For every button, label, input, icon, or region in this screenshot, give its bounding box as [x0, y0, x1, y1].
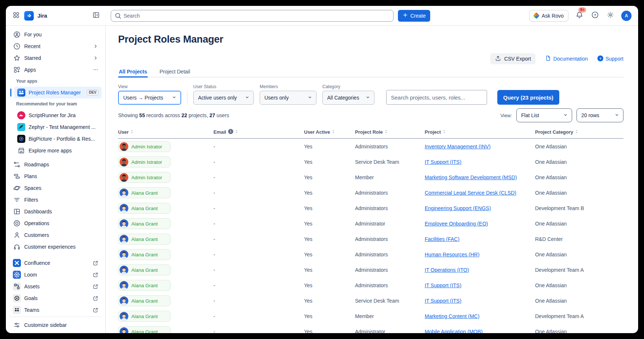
sidebar-item-loom[interactable]: Loom: [10, 269, 102, 281]
app-switcher-icon: [12, 11, 20, 20]
ask-rovo-button[interactable]: Ask Rovo: [529, 10, 568, 22]
user-pill[interactable]: Alana Grant: [118, 326, 171, 333]
user-pill[interactable]: Alana Grant: [118, 311, 171, 322]
user-pill[interactable]: Alana Grant: [118, 280, 171, 291]
sidebar-item-customer-experiences[interactable]: Customer experiences: [10, 241, 102, 253]
page-size-select[interactable]: 20 rows: [577, 108, 623, 122]
user-pill[interactable]: Alana Grant: [118, 249, 171, 260]
sidebar-item-filters[interactable]: Filters: [10, 194, 102, 206]
project-role-cell: Administrator: [355, 221, 425, 227]
app-switcher-button[interactable]: [12, 11, 21, 21]
project-link[interactable]: IT Support (ITS): [425, 159, 461, 165]
email-cell: -: [213, 252, 304, 257]
category-filter-select[interactable]: All Categories: [322, 91, 374, 105]
sidebar-item-scriptrunner-for-jira[interactable]: ScriptRunner for Jira: [14, 109, 102, 121]
sidebar-item-operations[interactable]: Operations: [10, 217, 102, 229]
user-pill[interactable]: Alana Grant: [118, 295, 171, 306]
user-pill[interactable]: Admin Istrator: [118, 156, 171, 167]
sidebar-item-starred[interactable]: Starred: [10, 52, 102, 64]
tab-project-detail[interactable]: Project Detail: [159, 66, 191, 77]
global-search-input[interactable]: [111, 10, 394, 22]
more-options-icon[interactable]: [93, 67, 99, 73]
table-row: Alana Grant-YesAdministratorsCommercial …: [118, 185, 623, 201]
user-avatar-icon: [120, 204, 128, 213]
query-button[interactable]: Query (23 projects): [497, 90, 559, 105]
project-link[interactable]: Employee Onboarding (EO): [425, 221, 488, 227]
sidebar-item-apps[interactable]: Apps: [10, 64, 102, 76]
column-header-user-active[interactable]: User Active: [304, 129, 355, 135]
user-avatar-icon: [120, 219, 128, 228]
sidebar-item-plans[interactable]: Plans: [10, 170, 102, 182]
info-icon[interactable]: [228, 129, 233, 135]
sidebar-item-dashboards[interactable]: Dashboards: [10, 206, 102, 217]
svg-text:?: ?: [599, 56, 601, 60]
sidebar-item-spaces[interactable]: Spaces: [10, 182, 102, 194]
your-apps-section-label: Your apps: [10, 76, 102, 87]
column-header-project-category[interactable]: Project Category: [535, 129, 623, 135]
user-avatar[interactable]: A: [621, 11, 632, 21]
user-pill[interactable]: Admin Istrator: [118, 172, 171, 183]
support-label: Support: [605, 56, 623, 62]
project-link[interactable]: Engineering Support (ENGS): [425, 205, 491, 211]
user-pill[interactable]: Alana Grant: [118, 234, 171, 245]
create-button[interactable]: Create: [398, 10, 430, 22]
sidebar-item-goals[interactable]: Goals: [10, 292, 102, 304]
sidebar-item-explore-more-apps[interactable]: Explore more apps: [14, 145, 102, 156]
sidebar-item-confluence[interactable]: Confluence: [10, 257, 102, 269]
user-pill[interactable]: Alana Grant: [118, 187, 171, 198]
sidebar-item-customers[interactable]: Customers: [10, 229, 102, 241]
csv-export-button[interactable]: CSV Export: [490, 53, 535, 64]
view-filter-select[interactable]: Users → Projects: [118, 91, 181, 105]
user-pill[interactable]: Alana Grant: [118, 264, 171, 275]
sidebar-item-zephyr-test-management[interactable]: Zephyr - Test Management ...: [14, 121, 102, 133]
sidebar-item-project-roles-manager[interactable]: Project Roles ManagerDEV: [14, 87, 102, 98]
view-mode-select[interactable]: Flat List: [516, 108, 572, 122]
project-link[interactable]: Mobile Application (MOB): [425, 329, 483, 333]
support-link[interactable]: ? Support: [597, 55, 623, 62]
project-link[interactable]: IT Support (ITS): [425, 298, 461, 304]
documentation-link[interactable]: Documentation: [545, 55, 588, 62]
chevron-right-icon: [93, 43, 99, 49]
sidebar-item-for-you[interactable]: For you: [10, 29, 102, 40]
user-pill[interactable]: Alana Grant: [118, 218, 171, 229]
project-link[interactable]: Human Resources (HR): [425, 252, 479, 257]
column-header-project-role[interactable]: Project Role: [355, 129, 425, 135]
results-row: Showing 55 records across 22 projects, 2…: [118, 108, 623, 122]
sidebar-item-teams[interactable]: Teams: [10, 304, 102, 316]
help-button[interactable]: ?: [590, 10, 600, 21]
column-label: Project Role: [355, 129, 383, 135]
sidebar-item-assets[interactable]: Assets: [10, 281, 102, 292]
project-link[interactable]: Commercial Legal Service Desk (CLSD): [425, 190, 516, 196]
collapse-sidebar-button[interactable]: [92, 11, 100, 21]
user-active-cell: Yes: [304, 252, 355, 257]
project-link[interactable]: IT Support (ITS): [425, 282, 461, 288]
view-controls: View: Flat List 20 rows: [500, 108, 623, 122]
user-pill[interactable]: Admin Istrator: [118, 141, 171, 152]
notifications-button[interactable]: 9+: [575, 10, 584, 21]
project-link[interactable]: IT Operations (ITO): [425, 267, 469, 273]
user-active-cell: Yes: [304, 190, 355, 196]
column-header-email[interactable]: Email: [213, 129, 304, 135]
project-role-cell: Administrators: [355, 267, 425, 273]
spaces-icon: [12, 184, 21, 192]
project-link[interactable]: Facilities (FAC): [425, 236, 460, 242]
app-body: For youRecentStarredApps Your apps Proje…: [6, 26, 638, 333]
column-header-user[interactable]: User: [118, 129, 213, 135]
sidebar-item-recent[interactable]: Recent: [10, 40, 102, 52]
tab-all-projects[interactable]: All Projects: [118, 66, 148, 77]
sort-icon: [385, 129, 388, 135]
sidebar-item-bigpicture-portfolio-res[interactable]: BigPicture - Portfolio & Res...: [14, 133, 102, 145]
sidebar-item-roadmaps[interactable]: Roadmaps: [10, 159, 102, 170]
project-link[interactable]: Marketing Content (MC): [425, 313, 479, 319]
customize-sidebar-button[interactable]: Customize sidebar: [10, 319, 102, 331]
filter-search-input[interactable]: [386, 90, 487, 105]
column-label: Email: [213, 129, 226, 135]
project-link[interactable]: Inventory Management (INV): [425, 144, 491, 149]
members-filter-select[interactable]: Users only: [260, 91, 316, 105]
project-link[interactable]: Marketing Software Development (MSD): [425, 174, 517, 180]
members-filter-label: Members: [260, 84, 316, 89]
user-pill[interactable]: Alana Grant: [118, 203, 171, 214]
column-header-project[interactable]: Project: [425, 129, 535, 135]
user-status-filter-select[interactable]: Active users only: [193, 91, 254, 105]
settings-button[interactable]: [606, 10, 615, 21]
